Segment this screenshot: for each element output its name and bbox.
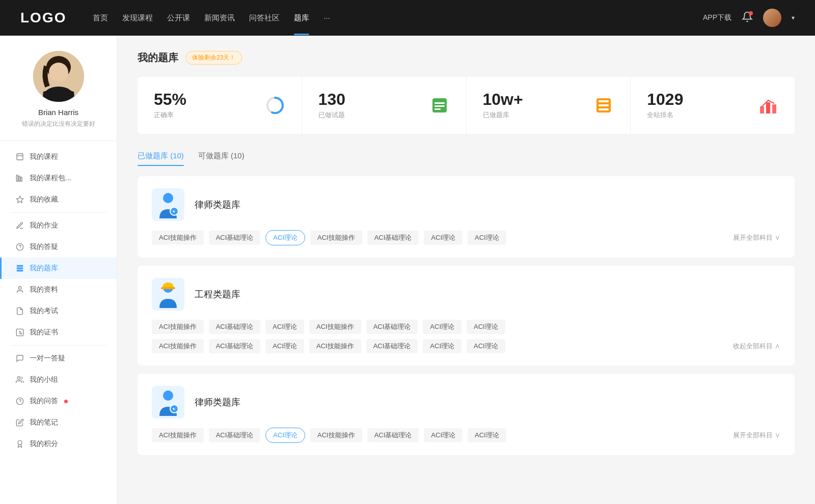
nav-more[interactable]: ··· bbox=[323, 13, 330, 23]
tag[interactable]: ACI技能操作 bbox=[309, 339, 361, 353]
tag-active[interactable]: ACI理论 bbox=[265, 428, 305, 443]
tag[interactable]: ACI基础理论 bbox=[209, 320, 261, 334]
sidebar-item-my-questions[interactable]: 我的问答 bbox=[0, 390, 117, 412]
points-icon bbox=[15, 439, 24, 449]
stat-accuracy: 55% 正确率 bbox=[138, 77, 302, 134]
sidebar-item-qa[interactable]: 我的答疑 bbox=[0, 236, 117, 258]
avatar-chevron-icon[interactable]: ▾ bbox=[792, 14, 795, 21]
svg-rect-10 bbox=[20, 177, 22, 181]
sidebar-item-courses[interactable]: 我的课程 bbox=[0, 146, 117, 167]
tag[interactable]: ACI理论 bbox=[468, 428, 506, 442]
tag[interactable]: ACI理论 bbox=[424, 231, 463, 245]
sidebar-item-certificates[interactable]: 我的证书 bbox=[0, 322, 117, 343]
sidebar-item-homework[interactable]: 我的作业 bbox=[0, 215, 117, 236]
sidebar-item-exams[interactable]: 我的考试 bbox=[0, 300, 117, 322]
logo[interactable]: LOGO bbox=[20, 10, 66, 26]
tag[interactable]: ACI理论 bbox=[265, 320, 304, 334]
tag[interactable]: ACI基础理论 bbox=[367, 428, 419, 442]
courses-icon bbox=[15, 152, 24, 161]
my-questions-label: 我的问答 bbox=[30, 397, 58, 406]
tag[interactable]: ACI理论 bbox=[265, 339, 304, 353]
bank-card-lawyer1: 律师类题库 ACI技能操作 ACI基础理论 ACI理论 ACI技能操作 ACI基… bbox=[138, 176, 795, 258]
tag[interactable]: ACI基础理论 bbox=[367, 231, 419, 245]
svg-marker-11 bbox=[16, 196, 23, 203]
svg-rect-16 bbox=[17, 270, 23, 271]
expand-link-lawyer2[interactable]: 展开全部科目 ∨ bbox=[733, 431, 780, 440]
sidebar-item-notes[interactable]: 我的笔记 bbox=[0, 412, 117, 433]
app-download-link[interactable]: APP下载 bbox=[703, 13, 731, 22]
svg-rect-8 bbox=[16, 175, 18, 181]
nav-right: APP下载 ▾ bbox=[703, 9, 795, 27]
tag[interactable]: ACI技能操作 bbox=[152, 339, 204, 353]
sidebar-profile: Brian Harris 错误的决定比没有决定要好 bbox=[0, 51, 117, 141]
tag[interactable]: ACI基础理论 bbox=[209, 428, 261, 442]
svg-point-17 bbox=[18, 287, 21, 289]
tutoring-icon bbox=[15, 354, 24, 363]
svg-rect-27 bbox=[434, 102, 445, 104]
sidebar-username: Brian Harris bbox=[10, 108, 106, 117]
groups-label: 我的小组 bbox=[30, 375, 58, 384]
nav-home[interactable]: 首页 bbox=[93, 13, 108, 23]
svg-rect-34 bbox=[760, 106, 764, 114]
nav-question-bank[interactable]: 题库 bbox=[294, 13, 309, 23]
collapse-link-engineer[interactable]: 收起全部科目 ∧ bbox=[733, 342, 780, 351]
ranking-label: 全站排名 bbox=[647, 110, 750, 120]
tag[interactable]: ACI技能操作 bbox=[152, 428, 204, 442]
nav-discover[interactable]: 发现课程 bbox=[122, 13, 153, 23]
tag[interactable]: ACI理论 bbox=[423, 320, 461, 334]
tab-available-banks[interactable]: 可做题库 (10) bbox=[198, 146, 244, 166]
sidebar-menu: 我的课程 我的课程包... 我的收藏 我的作业 bbox=[0, 141, 117, 460]
tab-done-banks[interactable]: 已做题库 (10) bbox=[138, 146, 184, 166]
nav-qa[interactable]: 问答社区 bbox=[249, 13, 280, 23]
svg-rect-29 bbox=[434, 108, 441, 110]
svg-rect-40 bbox=[161, 287, 175, 289]
accuracy-icon bbox=[265, 95, 285, 116]
svg-point-23 bbox=[18, 440, 22, 444]
sidebar-item-question-bank[interactable]: 我的题库 bbox=[0, 258, 117, 279]
sidebar-item-favorites[interactable]: 我的收藏 bbox=[0, 189, 117, 210]
svg-rect-9 bbox=[18, 176, 20, 181]
tag[interactable]: ACI基础理论 bbox=[366, 339, 418, 353]
sidebar-item-packages[interactable]: 我的课程包... bbox=[0, 167, 117, 189]
tag[interactable]: ACI技能操作 bbox=[310, 231, 362, 245]
tag[interactable]: ACI基础理论 bbox=[209, 339, 261, 353]
svg-point-4 bbox=[49, 63, 68, 82]
nav-news[interactable]: 新闻资讯 bbox=[204, 13, 235, 23]
profile-icon bbox=[15, 285, 24, 294]
tag-active[interactable]: ACI理论 bbox=[265, 230, 305, 245]
user-avatar[interactable] bbox=[763, 9, 781, 27]
done-banks-label: 已做题库 bbox=[483, 110, 586, 120]
svg-rect-33 bbox=[599, 108, 609, 110]
main-content: 我的题库 体验剩余23天！ 55% 正确率 130 bbox=[117, 36, 815, 504]
sidebar-item-tutoring[interactable]: 一对一答疑 bbox=[0, 348, 117, 369]
sidebar-item-groups[interactable]: 我的小组 bbox=[0, 369, 117, 390]
notification-bell[interactable] bbox=[742, 11, 753, 24]
engineer-name: 工程类题库 bbox=[195, 288, 240, 300]
sidebar-motto: 错误的决定比没有决定要好 bbox=[10, 120, 106, 128]
tag[interactable]: ACI基础理论 bbox=[366, 320, 418, 334]
bank-card-engineer: 工程类题库 ACI技能操作 ACI基础理论 ACI理论 ACI技能操作 ACI基… bbox=[138, 266, 795, 366]
tag[interactable]: ACI技能操作 bbox=[309, 320, 361, 334]
tag[interactable]: ACI技能操作 bbox=[152, 320, 204, 334]
points-label: 我的积分 bbox=[30, 439, 58, 449]
tag[interactable]: ACI理论 bbox=[467, 339, 505, 353]
sidebar-item-profile[interactable]: 我的资料 bbox=[0, 279, 117, 300]
tag[interactable]: ACI理论 bbox=[423, 339, 461, 353]
exams-label: 我的考试 bbox=[30, 306, 58, 316]
ranking-icon bbox=[758, 95, 778, 116]
tutoring-label: 一对一答疑 bbox=[30, 354, 65, 363]
tag[interactable]: ACI理论 bbox=[468, 231, 506, 245]
nav-open-course[interactable]: 公开课 bbox=[167, 13, 190, 23]
svg-point-20 bbox=[17, 377, 20, 379]
tag[interactable]: ACI理论 bbox=[424, 428, 463, 442]
sidebar-item-points[interactable]: 我的积分 bbox=[0, 433, 117, 455]
svg-point-37 bbox=[163, 193, 173, 203]
tag[interactable]: ACI理论 bbox=[467, 320, 505, 334]
expand-link-lawyer1[interactable]: 展开全部科目 ∨ bbox=[733, 233, 780, 242]
tabs: 已做题库 (10) 可做题库 (10) bbox=[138, 146, 795, 166]
tag[interactable]: ACI技能操作 bbox=[310, 428, 362, 442]
tag[interactable]: ACI技能操作 bbox=[152, 231, 204, 245]
ranking-value: 1029 bbox=[647, 91, 750, 107]
divider-2 bbox=[10, 345, 106, 346]
tag[interactable]: ACI基础理论 bbox=[209, 231, 261, 245]
